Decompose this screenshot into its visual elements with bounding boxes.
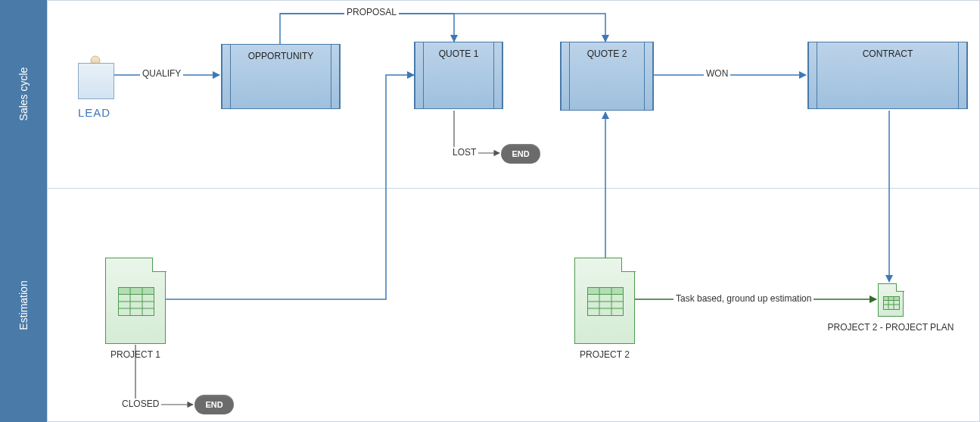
- node-quote2: QUOTE 2: [560, 42, 654, 111]
- edge-qualify-label: QUALIFY: [140, 68, 183, 79]
- svg-rect-8: [119, 288, 154, 295]
- node-opportunity: OPPORTUNITY: [221, 44, 341, 109]
- node-contract: CONTRACT: [807, 42, 968, 109]
- svg-rect-20: [884, 297, 900, 301]
- lane-estimation-sidebar: Estimation: [0, 188, 48, 422]
- node-project1-label: PROJECT 1: [60, 349, 211, 360]
- node-end-estimation: END: [194, 395, 234, 414]
- node-end-sales: END: [501, 144, 540, 164]
- lane-estimation-label: Estimation: [17, 280, 30, 330]
- lane-estimation-body: [47, 188, 980, 422]
- node-project1: PROJECT 1: [105, 258, 166, 344]
- edge-closed-label: CLOSED: [120, 399, 161, 409]
- edge-proposal-label: PROPOSAL: [344, 7, 399, 17]
- node-end-sales-label: END: [512, 149, 529, 158]
- node-quote1-label: QUOTE 1: [439, 48, 479, 59]
- node-quote1: QUOTE 1: [414, 42, 503, 109]
- node-project2-label: PROJECT 2: [529, 349, 680, 360]
- node-quote2-label: QUOTE 2: [587, 48, 627, 59]
- node-project2-plan-label: PROJECT 2 - PROJECT PLAN: [815, 322, 966, 333]
- node-project2-plan: PROJECT 2 - PROJECT PLAN: [878, 283, 904, 317]
- node-lead-label: LEAD: [78, 106, 110, 119]
- node-end-estimation-label: END: [205, 400, 222, 409]
- svg-rect-14: [588, 288, 624, 295]
- node-opportunity-label: OPPORTUNITY: [248, 51, 313, 61]
- edge-won-label: WON: [704, 68, 730, 79]
- lane-sales-sidebar: Sales cycle: [0, 0, 48, 188]
- edge-lost-label: LOST: [450, 147, 478, 158]
- edge-task-based-label: Task based, ground up estimation: [674, 293, 814, 304]
- lane-sales-label: Sales cycle: [17, 67, 30, 121]
- node-contract-label: CONTRACT: [863, 48, 913, 59]
- node-project2: PROJECT 2: [574, 258, 635, 344]
- node-lead: [78, 63, 114, 99]
- flowchart-canvas: Sales cycle Estimation: [0, 0, 980, 422]
